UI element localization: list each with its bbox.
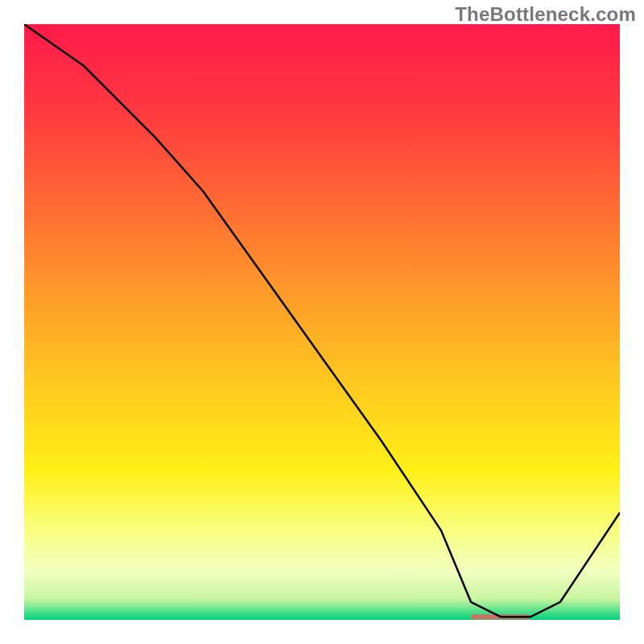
chart-container: TheBottleneck.com bbox=[0, 0, 644, 644]
attribution-text: TheBottleneck.com bbox=[455, 3, 636, 26]
gradient-background bbox=[24, 24, 620, 620]
bottleneck-chart bbox=[24, 24, 620, 620]
